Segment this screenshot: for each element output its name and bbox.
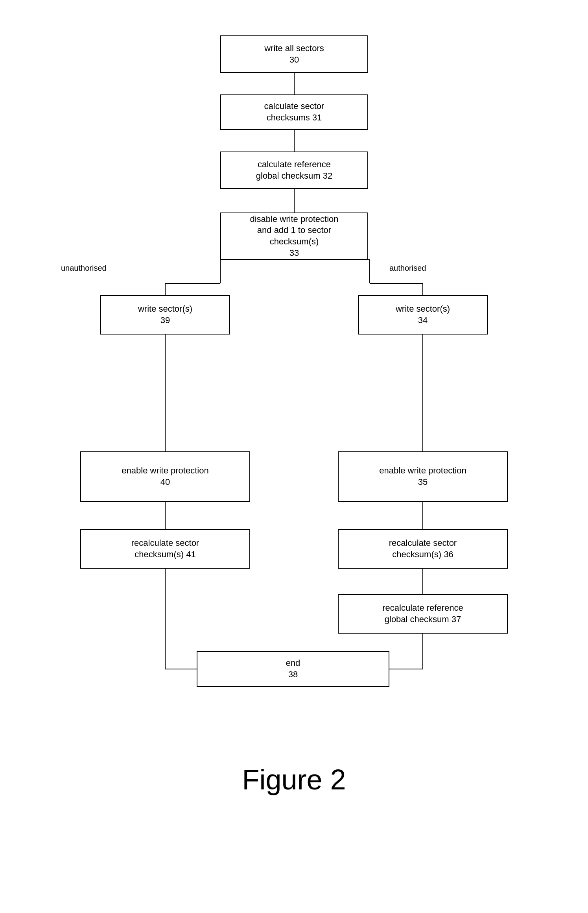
box-33: disable write protection and add 1 to se… bbox=[220, 213, 368, 260]
box-34: write sector(s) 34 bbox=[358, 295, 488, 335]
label-authorised: authorised bbox=[389, 264, 426, 273]
box-36: recalculate sector checksum(s) 36 bbox=[338, 529, 508, 569]
box-38: end 38 bbox=[197, 651, 389, 687]
box-40: enable write protection 40 bbox=[80, 451, 250, 502]
box-30: write all sectors 30 bbox=[220, 35, 368, 73]
label-unauthorised: unauthorised bbox=[61, 264, 107, 273]
box-37: recalculate reference global checksum 37 bbox=[338, 594, 508, 634]
box-32: calculate reference global checksum 32 bbox=[220, 152, 368, 189]
box-41: recalculate sector checksum(s) 41 bbox=[80, 529, 250, 569]
figure-label: Figure 2 bbox=[0, 748, 588, 811]
flowchart-diagram: write all sectors 30 calculate sector ch… bbox=[0, 0, 588, 748]
box-35: enable write protection 35 bbox=[338, 451, 508, 502]
box-31: calculate sector checksums 31 bbox=[220, 94, 368, 130]
box-39: write sector(s) 39 bbox=[100, 295, 230, 335]
